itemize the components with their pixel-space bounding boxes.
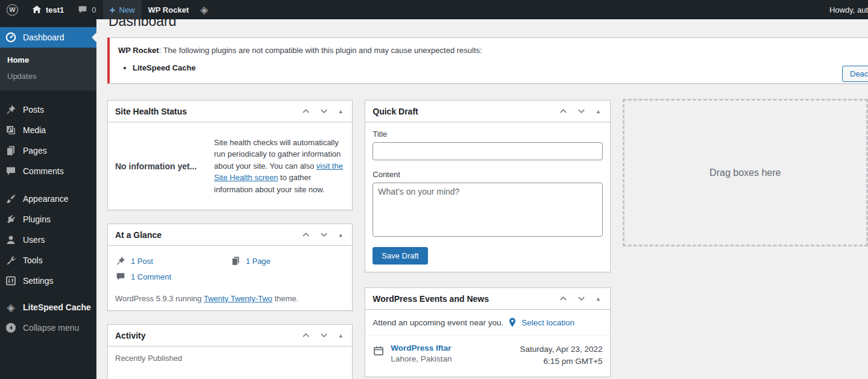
recently-published-heading: Recently Published xyxy=(115,354,182,363)
plus-icon: + xyxy=(110,5,116,15)
site-name-label: test1 xyxy=(46,5,64,14)
comments-count-link[interactable]: 1 Comment xyxy=(131,272,171,281)
submenu-item-updates[interactable]: Updates xyxy=(0,68,96,84)
pages-icon xyxy=(5,145,17,157)
incompatible-plugin-list: LiteSpeed Cache xyxy=(133,63,868,72)
notice-text: : The following plugins are not compatib… xyxy=(159,46,482,55)
widget-header: At a Glance ▲ xyxy=(108,224,352,246)
sidebar-item-tools[interactable]: Tools xyxy=(0,250,96,271)
collapse-menu-button[interactable]: Collapse menu xyxy=(0,318,96,338)
collapse-toggle-button[interactable]: ▲ xyxy=(333,102,348,121)
howdy-label: Howdy, aut xyxy=(829,5,868,14)
move-up-button[interactable] xyxy=(555,102,573,121)
events-news-widget: WordPress Events and News ▲ Attend an up… xyxy=(365,287,610,377)
move-up-button[interactable] xyxy=(297,327,315,345)
home-icon xyxy=(31,4,42,15)
sidebar-item-label: Tools xyxy=(23,255,43,265)
sidebar-item-media[interactable]: Media xyxy=(0,120,96,140)
move-down-button[interactable] xyxy=(573,102,591,121)
posts-count-link[interactable]: 1 Post xyxy=(131,257,153,266)
widgets-column-2: Quick Draft ▲ Title Content Save Draft xyxy=(365,100,610,377)
collapse-arrow-icon xyxy=(5,322,17,334)
move-up-button[interactable] xyxy=(297,102,315,121)
new-content-button[interactable]: + New xyxy=(103,0,142,19)
pages-count-link[interactable]: 1 Page xyxy=(246,257,271,266)
widget-title: WordPress Events and News xyxy=(373,294,554,304)
sidebar-item-users[interactable]: Users xyxy=(0,230,96,250)
draft-content-textarea[interactable] xyxy=(373,183,602,237)
event-datetime: Saturday, Apr 23, 2022 6:15 pm GMT+5 xyxy=(520,343,602,368)
theme-link[interactable]: Twenty Twenty-Two xyxy=(204,294,272,303)
collapse-toggle-button[interactable]: ▲ xyxy=(333,327,348,345)
site-health-widget: Site Health Status ▲ No information yet.… xyxy=(107,100,353,210)
admin-sidebar: Dashboard Home Updates Posts Media Pages… xyxy=(0,19,96,379)
site-name-link[interactable]: test1 xyxy=(25,0,71,19)
collapse-toggle-button[interactable]: ▲ xyxy=(333,226,348,244)
move-down-button[interactable] xyxy=(315,102,333,121)
submenu-item-home[interactable]: Home xyxy=(0,52,96,68)
event-name-link[interactable]: WordPress Iftar xyxy=(391,343,451,352)
wp-logo-menu[interactable]: W xyxy=(0,0,25,19)
wp-rocket-label: WP Rocket xyxy=(148,5,189,14)
event-location: Lahore, Pakistan xyxy=(391,354,451,363)
comments-bubble[interactable]: 0 xyxy=(71,0,102,19)
widget-header: Activity ▲ xyxy=(108,325,352,346)
brush-icon xyxy=(5,193,17,205)
select-location-link[interactable]: Select location xyxy=(521,318,574,327)
sidebar-item-label: LiteSpeed Cache xyxy=(23,302,91,312)
quick-draft-widget: Quick Draft ▲ Title Content Save Draft xyxy=(365,100,610,272)
dashboard-submenu: Home Updates xyxy=(0,48,96,90)
draft-title-label: Title xyxy=(373,130,602,139)
menu-spacer xyxy=(0,90,96,99)
draft-title-input[interactable] xyxy=(373,142,602,160)
widget-body: Attend an upcoming event near you. Selec… xyxy=(365,310,609,377)
activity-widget: Activity ▲ Recently Published xyxy=(107,324,353,379)
calendar-icon xyxy=(373,345,385,357)
wrench-icon xyxy=(5,254,17,266)
sidebar-item-label: Posts xyxy=(23,105,44,114)
dashboard-widgets: Site Health Status ▲ No information yet.… xyxy=(107,100,868,379)
location-pin-icon xyxy=(507,317,518,328)
sidebar-item-dashboard[interactable]: Dashboard xyxy=(0,27,96,48)
sidebar-item-comments[interactable]: Comments xyxy=(0,161,96,181)
incompatible-plugin-item: LiteSpeed Cache xyxy=(133,63,868,72)
widget-header: Quick Draft ▲ xyxy=(365,101,609,122)
sidebar-item-label: Media xyxy=(23,125,46,135)
widget-body: Recently Published xyxy=(108,346,352,379)
new-label: New xyxy=(119,5,135,14)
sidebar-item-pages[interactable]: Pages xyxy=(0,140,96,161)
litespeed-adminbar-menu[interactable]: ◈ xyxy=(195,0,213,19)
widget-controls: ▲ xyxy=(297,327,348,345)
howdy-account-menu[interactable]: Howdy, aut xyxy=(829,0,868,19)
widgets-column-1: Site Health Status ▲ No information yet.… xyxy=(107,100,353,379)
wordpress-version-line: WordPress 5.9.3 running Twenty Twenty-Tw… xyxy=(115,294,345,303)
move-down-button[interactable] xyxy=(315,226,333,244)
move-up-button[interactable] xyxy=(555,290,573,308)
wp-rocket-menu[interactable]: WP Rocket xyxy=(142,0,196,19)
sidebar-item-posts[interactable]: Posts xyxy=(0,99,96,120)
widget-controls: ▲ xyxy=(555,102,606,121)
move-up-button[interactable] xyxy=(297,226,315,244)
widget-controls: ▲ xyxy=(555,290,606,308)
comments-icon xyxy=(115,271,126,282)
at-a-glance-widget: At a Glance ▲ 1 Post xyxy=(107,224,353,311)
move-down-button[interactable] xyxy=(315,327,333,345)
save-draft-button[interactable]: Save Draft xyxy=(373,247,427,265)
widget-controls: ▲ xyxy=(297,226,348,244)
notice-brand: WP Rocket xyxy=(118,46,159,55)
litespeed-gem-icon: ◈ xyxy=(5,301,17,313)
sidebar-item-appearance[interactable]: Appearance xyxy=(0,189,96,209)
site-health-status-text: No information yet... xyxy=(115,161,206,171)
notice-message: WP Rocket: The following plugins are not… xyxy=(118,46,868,55)
widget-drop-zone[interactable]: Drag boxes here xyxy=(623,99,868,246)
glance-comments: 1 Comment xyxy=(115,269,230,284)
menu-spacer xyxy=(0,181,96,189)
collapse-toggle-button[interactable]: ▲ xyxy=(591,102,606,121)
sidebar-item-litespeed-cache[interactable]: ◈ LiteSpeed Cache xyxy=(0,297,96,318)
widget-title: At a Glance xyxy=(115,230,297,240)
sidebar-item-settings[interactable]: Settings xyxy=(0,271,96,291)
sidebar-item-plugins[interactable]: Plugins xyxy=(0,209,96,230)
deactivate-button[interactable]: Deactivate xyxy=(842,66,868,82)
collapse-toggle-button[interactable]: ▲ xyxy=(591,290,606,308)
move-down-button[interactable] xyxy=(573,290,591,308)
